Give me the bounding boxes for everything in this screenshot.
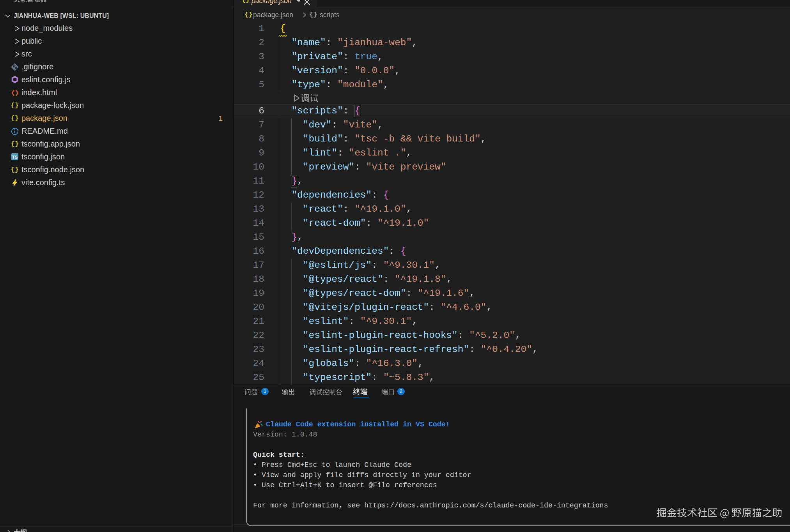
svg-text:TS: TS <box>12 155 18 159</box>
